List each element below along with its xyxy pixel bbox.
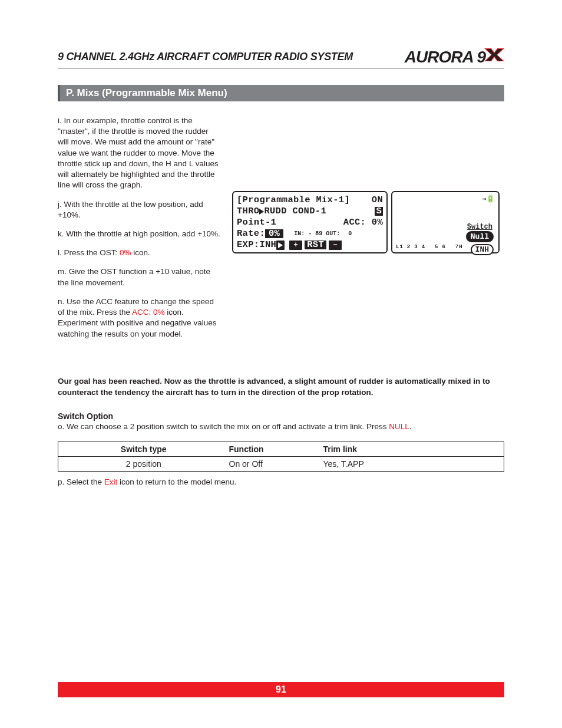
lcd-rate-value: 0% xyxy=(265,229,283,239)
instruction-steps: i. In our example, throttle control is t… xyxy=(58,116,222,348)
header-title: 9 CHANNEL 2.4GHz AIRCRAFT COMPUTER RADIO… xyxy=(58,51,353,63)
battery-rf-icon: ⇢🔋 xyxy=(482,195,495,203)
switch-table: Switch type Function Trim link 2 positio… xyxy=(58,442,504,472)
lcd-out-val: 0 xyxy=(348,231,352,237)
lcd-inh-pill: INH xyxy=(471,244,494,255)
step-j: j. With the throttle at the low position… xyxy=(58,199,222,220)
lcd-acc: ACC: 0% xyxy=(343,218,383,228)
step-o: o. We can choose a 2 position switch to … xyxy=(58,422,504,431)
lcd-master: THRO xyxy=(237,207,259,216)
lcd-title: [Programmable Mix-1] xyxy=(237,196,350,205)
lcd-on: ON xyxy=(372,196,383,205)
lcd-figure: [Programmable Mix-1]ON THRORUDD COND-1S … xyxy=(232,116,504,348)
lcd-inout: IN: - 89 OUT: xyxy=(294,231,340,237)
step-p: p. Select the Exit icon to return to the… xyxy=(58,477,504,486)
td-switch-type: 2 position xyxy=(58,456,229,471)
step-m: m. Give the OST function a +10 value, no… xyxy=(58,266,222,288)
th-switch-type: Switch type xyxy=(58,442,229,456)
lcd-scale: L1 2 3 4 5 6 7H xyxy=(396,244,463,250)
arrow-right-icon xyxy=(259,209,264,215)
goal-summary: Our goal has been reached. Now as the th… xyxy=(58,376,504,398)
page-number: 91 xyxy=(276,684,286,694)
brand-logo: AURORA 9 xyxy=(405,47,504,67)
page-header: 9 CHANNEL 2.4GHz AIRCRAFT COMPUTER RADIO… xyxy=(58,47,504,68)
lcd-rst-button: RST xyxy=(305,241,326,250)
logo-x-icon xyxy=(484,47,504,67)
td-function: On or Off xyxy=(229,456,323,471)
lcd-exp: EXP:INH xyxy=(237,241,276,250)
svg-marker-1 xyxy=(486,49,503,61)
lcd-plus-button: + xyxy=(289,241,302,250)
lcd-slave: RUDD COND-1 xyxy=(264,207,326,216)
switch-option-heading: Switch Option xyxy=(58,411,504,421)
lcd-switch-label: Switch xyxy=(467,223,492,231)
lcd-s-indicator: S xyxy=(375,207,383,216)
th-function: Function xyxy=(229,442,323,456)
step-l: l. Press the OST: 0% icon. xyxy=(58,248,222,258)
step-k: k. With the throttle at high position, a… xyxy=(58,229,222,239)
lcd-rate-label: Rate: xyxy=(237,229,265,239)
page-number-bar: 91 xyxy=(58,682,504,697)
logo-text: AURORA 9 xyxy=(405,48,485,67)
lcd-null-pill: Null xyxy=(466,231,494,242)
lcd-main-panel: [Programmable Mix-1]ON THRORUDD COND-1S … xyxy=(232,191,388,253)
lcd-point: Point-1 xyxy=(237,218,276,228)
th-trim-link: Trim link xyxy=(323,442,504,456)
td-trim-link: Yes, T.APP xyxy=(323,456,504,471)
step-n: n. Use the ACC feature to change the spe… xyxy=(58,297,222,340)
play-right-icon xyxy=(276,241,285,250)
lcd-minus-button: − xyxy=(329,241,342,250)
lcd-side-panel: ⇢🔋 Switch Null INH L1 2 3 4 5 6 7H xyxy=(391,191,500,253)
step-i: i. In our example, throttle control is t… xyxy=(58,116,222,191)
section-title-bar: P. Mixs (Programmable Mix Menu) xyxy=(58,85,504,101)
